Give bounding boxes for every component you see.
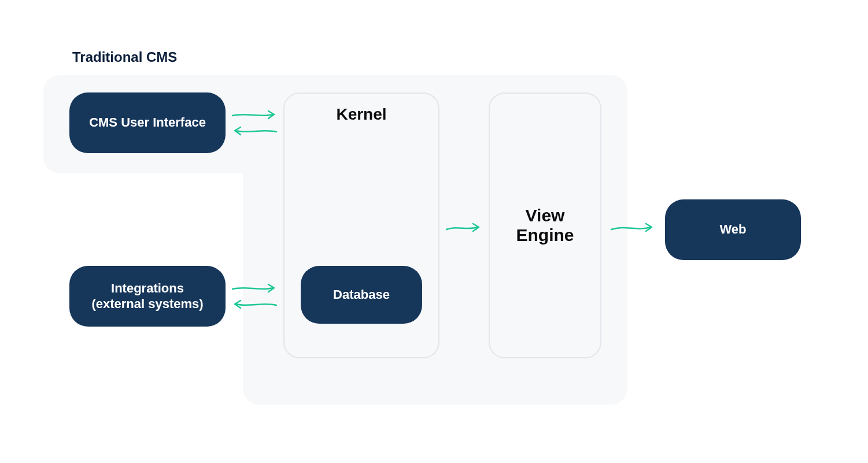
arrow-viewengine-to-web <box>610 223 656 234</box>
kernel-label: Kernel <box>336 105 386 124</box>
cms-ui-node: CMS User Interface <box>69 92 226 153</box>
view-engine-line2: Engine <box>516 225 574 246</box>
view-engine-box: View Engine <box>489 92 601 358</box>
arrow-integrations-to-kernel <box>231 283 278 295</box>
view-engine-line1: View <box>526 206 565 226</box>
diagram-canvas: Traditional CMS Kernel Database View Eng… <box>0 0 868 463</box>
database-node: Database <box>301 266 422 324</box>
arrow-kernel-to-cmsui <box>231 126 278 138</box>
container-fill <box>243 150 278 185</box>
web-node: Web <box>665 199 801 260</box>
database-label: Database <box>333 287 390 302</box>
diagram-title: Traditional CMS <box>72 49 177 65</box>
cms-ui-label: CMS User Interface <box>89 115 206 130</box>
integrations-label-1: Integrations <box>111 281 184 296</box>
arrow-kernel-to-viewengine <box>445 223 483 234</box>
web-label: Web <box>719 222 746 237</box>
arrow-kernel-to-integrations <box>231 299 278 311</box>
arrow-cmsui-to-kernel <box>231 110 278 121</box>
integrations-node: Integrations (external systems) <box>69 266 226 327</box>
integrations-label-2: (external systems) <box>91 297 203 312</box>
